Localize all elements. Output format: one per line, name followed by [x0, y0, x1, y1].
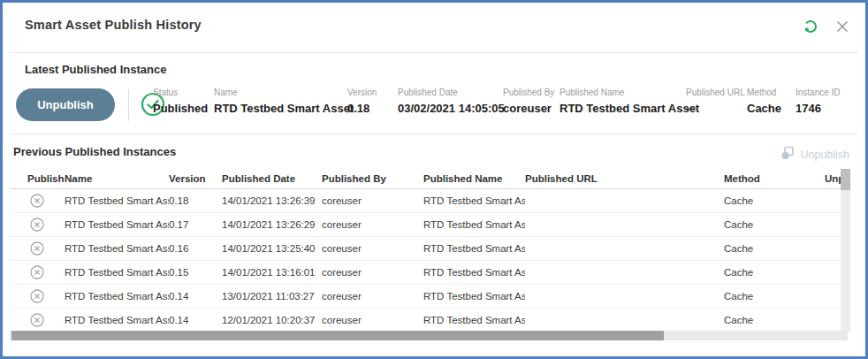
cell-published-by: coreuser	[322, 315, 423, 325]
section-divider	[10, 134, 858, 134]
field-method: Method Cache	[747, 88, 781, 115]
field-instance-id: Instance ID 1746	[796, 88, 841, 115]
cell-method: Cache	[724, 267, 825, 278]
table-row[interactable]: RTD Testbed Smart Ass... 0.17 14/01/2021…	[10, 213, 841, 237]
field-label: Published By	[503, 88, 554, 97]
field-name: Name RTD Testbed Smart Asset	[214, 88, 354, 115]
cell-published-date: 13/01/2021 11:03:27	[222, 291, 322, 302]
field-value: 0.18	[347, 102, 377, 115]
cell-published-date: 14/01/2021 13:25:40	[222, 243, 322, 254]
latest-section-heading: Latest Published Instance	[25, 63, 166, 76]
cell-published-name: RTD Testbed Smart Ass...	[423, 195, 525, 206]
field-label: Version	[347, 88, 377, 97]
vertical-divider	[128, 89, 129, 121]
cell-published-date: 14/01/2021 13:26:39	[222, 195, 322, 206]
close-icon	[835, 19, 849, 36]
cell-version: 0.15	[169, 267, 222, 278]
table-header-row: Published Name Version Published Date Pu…	[10, 168, 841, 189]
cell-version: 0.17	[169, 219, 222, 230]
field-published-name: Published Name RTD Testbed Smart Asset	[560, 88, 699, 115]
previous-section-heading: Previous Published Instances	[13, 145, 176, 158]
cell-published-name: RTD Testbed Smart Ass...	[423, 315, 525, 325]
latest-instance-row: Unpublish Status Published Name RTD Test…	[13, 84, 855, 128]
field-value: 03/02/2021 14:05:05	[398, 102, 505, 115]
col-header-version: Version	[169, 173, 222, 184]
cell-name: RTD Testbed Smart Ass...	[65, 267, 169, 278]
field-published-by: Published By coreuser	[503, 88, 554, 115]
cell-name: RTD Testbed Smart Ass...	[65, 195, 169, 206]
col-header-name: Name	[65, 173, 169, 184]
field-value: --	[686, 102, 745, 115]
field-label: Name	[214, 88, 354, 97]
header-divider	[10, 52, 858, 53]
cell-published-name: RTD Testbed Smart Ass...	[423, 243, 525, 254]
unpublished-status-icon	[10, 241, 65, 256]
field-value: coreuser	[503, 102, 554, 115]
col-header-published-url: Published URL	[525, 173, 724, 184]
cell-published-name: RTD Testbed Smart Ass...	[423, 219, 525, 230]
cell-version: 0.16	[169, 243, 222, 254]
cell-name: RTD Testbed Smart Ass...	[65, 219, 169, 230]
field-published-url: Published URL --	[686, 88, 745, 115]
table-row[interactable]: RTD Testbed Smart Ass... 0.15 14/01/2021…	[10, 261, 841, 285]
cell-published-by: coreuser	[322, 195, 423, 206]
cell-published-date: 14/01/2021 13:16:01	[222, 267, 322, 278]
col-header-published-date: Published Date	[222, 173, 322, 184]
table-row[interactable]: RTD Testbed Smart Ass... 0.18 14/01/2021…	[10, 189, 841, 213]
field-value: 1746	[796, 102, 841, 115]
unpublished-status-icon	[10, 194, 65, 208]
cell-published-by: coreuser	[322, 267, 423, 278]
field-value: Cache	[747, 102, 781, 115]
field-label: Published Date	[398, 88, 505, 97]
col-header-unpublished: Unpubl	[825, 173, 841, 184]
unpublished-status-icon	[10, 218, 65, 232]
col-header-published: Published	[10, 173, 65, 184]
field-value: RTD Testbed Smart Asset	[214, 102, 354, 115]
cell-version: 0.14	[169, 315, 222, 325]
cell-method: Cache	[724, 243, 825, 254]
cell-method: Cache	[724, 291, 825, 302]
col-header-method: Method	[724, 173, 825, 184]
cell-published-name: RTD Testbed Smart Ass...	[423, 291, 525, 302]
field-version: Version 0.18	[347, 88, 377, 115]
unpublish-selected-button[interactable]: Unpublish	[780, 146, 849, 163]
cell-method: Cache	[724, 219, 825, 230]
vertical-scrollbar[interactable]	[841, 169, 850, 332]
unpublished-status-icon	[10, 265, 65, 279]
horizontal-scrollbar-thumb[interactable]	[11, 331, 664, 340]
cell-name: RTD Testbed Smart Ass...	[65, 243, 169, 254]
cell-name: RTD Testbed Smart Ass...	[65, 315, 169, 325]
publish-history-dialog: Smart Asset Publish History Latest Publi…	[0, 0, 868, 359]
field-label: Published Name	[560, 88, 699, 97]
vertical-scrollbar-thumb[interactable]	[841, 169, 850, 190]
unpublish-label: Unpublish	[800, 149, 849, 161]
unpublished-status-icon	[10, 289, 65, 303]
unpublish-button[interactable]: Unpublish	[16, 88, 115, 121]
refresh-button[interactable]	[802, 19, 819, 36]
field-value: Published	[153, 102, 208, 115]
col-header-published-by: Published By	[322, 173, 423, 184]
field-label: Published URL	[686, 88, 745, 97]
field-label: Status	[153, 88, 208, 97]
dialog-title: Smart Asset Publish History	[25, 18, 202, 32]
previous-instances-table: Published Name Version Published Date Pu…	[10, 168, 841, 332]
cell-method: Cache	[724, 315, 825, 325]
cell-version: 0.14	[169, 291, 222, 302]
header-actions	[802, 19, 851, 36]
table-row[interactable]: RTD Testbed Smart Ass... 0.14 12/01/2021…	[10, 309, 841, 332]
field-value: RTD Testbed Smart Asset	[560, 102, 699, 115]
cell-published-date: 12/01/2021 10:20:37	[222, 315, 322, 325]
cell-method: Cache	[724, 195, 825, 206]
cell-published-date: 14/01/2021 13:26:29	[222, 219, 322, 230]
table-row[interactable]: RTD Testbed Smart Ass... 0.16 14/01/2021…	[10, 237, 841, 261]
field-label: Method	[747, 88, 781, 97]
table-row[interactable]: RTD Testbed Smart Ass... 0.14 13/01/2021…	[10, 285, 841, 309]
close-button[interactable]	[834, 19, 851, 36]
cell-version: 0.18	[169, 195, 222, 206]
col-header-published-name: Published Name	[423, 173, 525, 184]
refresh-icon	[803, 19, 819, 37]
unpublished-status-icon	[10, 313, 65, 327]
field-status: Status Published	[153, 88, 208, 115]
field-published-date: Published Date 03/02/2021 14:05:05	[398, 88, 505, 115]
horizontal-scrollbar[interactable]	[10, 331, 848, 340]
